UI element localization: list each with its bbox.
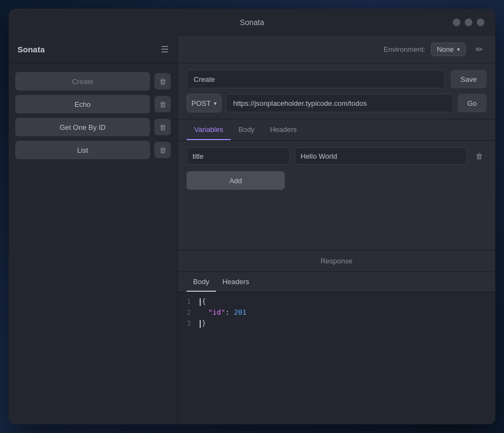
delete-echo-btn[interactable]: 🗑: [154, 96, 171, 112]
app-window: Sonata Sonata ☰ Create 🗑: [9, 9, 495, 424]
edit-icon: ✏: [476, 44, 483, 55]
env-value: None: [437, 45, 454, 53]
trash-icon-4: 🗑: [159, 146, 166, 154]
url-input[interactable]: [226, 94, 453, 112]
trash-icon-3: 🗑: [159, 123, 166, 131]
right-panel: Environment: None ▾ ✏ Save POST: [178, 36, 495, 424]
code-line-2: 2 "id": 201: [178, 308, 495, 318]
trash-icon: 🗑: [159, 77, 166, 86]
response-body: 1 { 2 "id": 201 3 }: [178, 292, 495, 424]
method-select[interactable]: POST ▾: [187, 94, 221, 112]
line-num-2: 2: [178, 308, 200, 316]
sidebar-header: Sonata ☰: [9, 36, 177, 63]
trash-icon-2: 🗑: [159, 100, 166, 109]
top-bar: Environment: None ▾ ✏: [178, 36, 495, 63]
tab-headers[interactable]: Headers: [262, 119, 304, 140]
response-tabs: Body Headers: [178, 272, 495, 292]
line-num-1: 1: [178, 297, 200, 305]
echo-btn[interactable]: Echo: [15, 95, 150, 113]
hamburger-icon[interactable]: ☰: [161, 45, 169, 54]
sidebar-title: Sonata: [17, 45, 45, 54]
var-delete-btn-0[interactable]: 🗑: [471, 148, 487, 164]
app-title: Sonata: [240, 18, 264, 27]
response-header: Response: [178, 250, 495, 272]
save-btn[interactable]: Save: [451, 70, 487, 88]
line-content-1: {: [200, 297, 206, 306]
window-controls: [453, 19, 484, 26]
code-line-3: 3 }: [178, 318, 495, 329]
main-content: Sonata ☰ Create 🗑 Echo: [9, 36, 495, 424]
delete-list-btn[interactable]: 🗑: [154, 142, 171, 158]
window-btn-2[interactable]: [465, 19, 472, 26]
get-one-btn[interactable]: Get One By ID: [15, 118, 150, 136]
variables-section: 🗑 Add: [178, 141, 495, 250]
variable-row-0: 🗑: [187, 147, 487, 165]
delete-create-btn[interactable]: 🗑: [154, 73, 171, 89]
request-name-row: Save: [187, 70, 487, 88]
var-value-0[interactable]: [295, 147, 467, 165]
response-tab-headers[interactable]: Headers: [216, 272, 256, 292]
request-panel: Save POST ▾ Go: [178, 63, 495, 119]
create-btn[interactable]: Create: [15, 72, 150, 91]
code-line-1: 1 {: [178, 297, 495, 308]
sidebar-item-echo: Echo 🗑: [15, 95, 171, 113]
title-bar: Sonata: [9, 9, 495, 36]
delete-get-one-btn[interactable]: 🗑: [154, 119, 171, 135]
response-title: Response: [321, 257, 353, 265]
line-num-3: 3: [178, 319, 200, 327]
sidebar: Sonata ☰ Create 🗑 Echo: [9, 36, 178, 424]
method-value: POST: [191, 99, 211, 107]
sidebar-items: Create 🗑 Echo 🗑 Get One: [9, 63, 177, 168]
url-row: POST ▾ Go: [187, 94, 487, 112]
tab-variables[interactable]: Variables: [187, 119, 231, 140]
response-section: Response Body Headers 1 {: [178, 250, 495, 424]
method-chevron-icon: ▾: [214, 100, 217, 106]
add-var-btn[interactable]: Add: [187, 171, 285, 190]
chevron-down-icon: ▾: [457, 46, 460, 52]
tabs-bar: Variables Body Headers: [178, 119, 495, 141]
sidebar-item-list: List 🗑: [15, 141, 171, 159]
var-key-0[interactable]: [187, 147, 290, 165]
env-label: Environment:: [383, 45, 425, 53]
line-content-3: }: [200, 319, 206, 328]
edit-btn[interactable]: ✏: [471, 42, 487, 57]
window-btn-1[interactable]: [453, 19, 460, 26]
request-name-input[interactable]: [187, 70, 445, 88]
env-select[interactable]: None ▾: [431, 43, 466, 56]
var-trash-icon: 🗑: [476, 152, 483, 160]
sidebar-item-get-one: Get One By ID 🗑: [15, 118, 171, 136]
tab-body[interactable]: Body: [231, 119, 262, 140]
line-content-2: "id": 201: [200, 308, 247, 316]
window-btn-3[interactable]: [477, 19, 484, 26]
list-btn[interactable]: List: [15, 141, 150, 159]
sidebar-item-create: Create 🗑: [15, 72, 171, 91]
go-btn[interactable]: Go: [458, 94, 487, 112]
code-block: 1 { 2 "id": 201 3 }: [178, 297, 495, 329]
response-tab-body[interactable]: Body: [187, 272, 216, 292]
